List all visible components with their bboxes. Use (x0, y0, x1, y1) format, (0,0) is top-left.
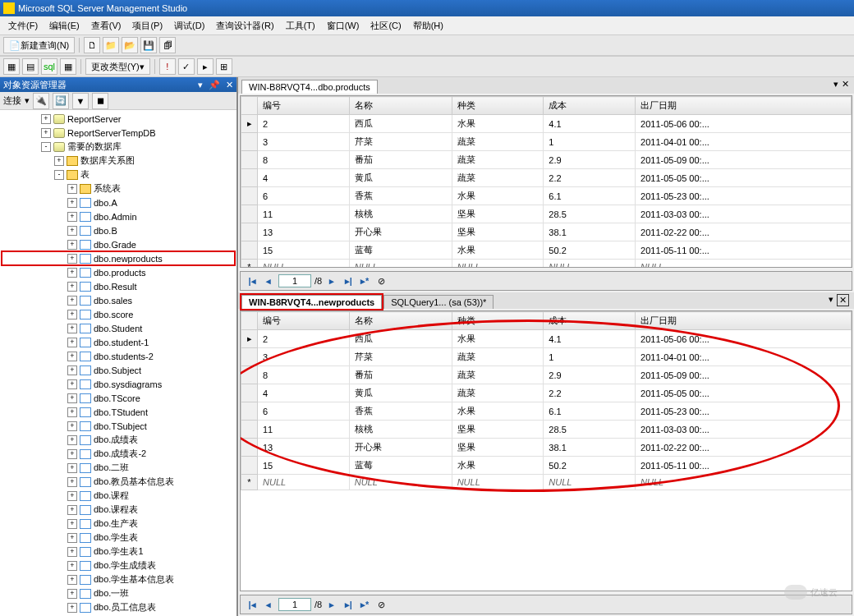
tree-item[interactable]: -表 (2, 168, 235, 182)
tool-icon[interactable]: ▦ (3, 58, 20, 75)
table-cell[interactable]: 蓝莓 (349, 457, 452, 475)
table-row[interactable]: 15蓝莓水果50.22011-05-11 00:... (241, 457, 852, 475)
table-cell[interactable]: 水果 (452, 457, 544, 475)
expander-icon[interactable]: + (67, 296, 77, 306)
table-cell[interactable]: NULL (636, 260, 852, 269)
table-row[interactable]: ▸2西瓜水果4.12011-05-06 00:... (241, 115, 852, 133)
table-row[interactable]: 13开心果坚果38.12011-02-22 00:... (241, 223, 852, 241)
tool-icon[interactable]: 📁 (103, 37, 119, 53)
column-header[interactable]: 编号 (258, 312, 350, 330)
table-cell[interactable]: 2011-05-05 00:... (636, 384, 852, 402)
stop-icon[interactable]: ⊘ (374, 598, 388, 611)
menu-help[interactable]: 帮助(H) (408, 18, 448, 34)
pin-icon[interactable]: 📌 (209, 80, 220, 90)
last-page-icon[interactable]: ▸| (342, 274, 355, 287)
tree-item[interactable]: +dbo.TSubject (2, 419, 235, 433)
table-cell[interactable]: 2011-04-01 00:... (636, 133, 852, 151)
expander-icon[interactable]: + (67, 561, 77, 571)
menu-debug[interactable]: 调试(D) (169, 18, 209, 34)
expander-icon[interactable]: + (67, 226, 77, 236)
tree-item[interactable]: +dbo.成绩表 (2, 433, 235, 447)
table-row[interactable]: 15蓝莓水果50.22011-05-11 00:... (241, 241, 852, 260)
tree-item[interactable]: +dbo.Student (2, 321, 235, 335)
refresh-icon[interactable]: 🔄 (53, 93, 69, 109)
expander-icon[interactable]: + (67, 519, 77, 529)
tree-item[interactable]: +ReportServerTempDB (2, 126, 235, 140)
table-cell[interactable]: NULL (349, 260, 452, 269)
table-cell[interactable]: 蔬菜 (452, 169, 544, 187)
tree-item[interactable]: +dbo.成绩表-2 (2, 447, 235, 461)
expander-icon[interactable]: + (67, 310, 77, 319)
expander-icon[interactable]: + (67, 421, 77, 431)
column-header[interactable]: 成本 (544, 312, 636, 330)
table-row-new[interactable]: *NULLNULLNULLNULLNULL (241, 475, 852, 490)
table-cell[interactable]: 2011-05-11 00:... (636, 457, 852, 475)
tree-item[interactable]: +dbo.生产表 (2, 517, 235, 531)
table-cell[interactable]: NULL (452, 475, 544, 490)
table-cell[interactable]: 2.9 (544, 151, 636, 169)
table-cell[interactable]: 香蕉 (349, 402, 452, 421)
table-cell[interactable]: 4 (258, 169, 350, 187)
table-cell[interactable]: 28.5 (544, 421, 636, 439)
tree-item[interactable]: +ReportServer (2, 112, 235, 126)
tab-dropdown-icon[interactable]: ▾ (829, 294, 833, 306)
table-cell[interactable]: 蔬菜 (452, 384, 544, 402)
menu-project[interactable]: 项目(P) (127, 18, 168, 34)
tree-item[interactable]: +dbo.一班 (2, 586, 235, 600)
filter-icon[interactable]: ▼ (72, 93, 89, 109)
table-cell[interactable]: 3 (258, 348, 350, 366)
tool-icon[interactable]: ▤ (22, 58, 39, 75)
tab-sqlquery[interactable]: SQLQuery1... (sa (53))* (383, 295, 494, 309)
tree-item[interactable]: +dbo.Admin (2, 209, 235, 223)
last-page-icon[interactable]: ▸| (342, 598, 355, 611)
table-cell[interactable]: 2011-02-22 00:... (636, 223, 852, 241)
column-header[interactable]: 名称 (349, 97, 452, 115)
tree-item[interactable]: +dbo.score (2, 307, 235, 321)
tab-dropdown-icon[interactable]: ▾ (833, 79, 838, 90)
next-page-icon[interactable]: ▸ (325, 274, 338, 287)
tool-icon[interactable]: ▦ (60, 58, 76, 75)
table-cell[interactable]: NULL (452, 260, 544, 269)
table-cell[interactable]: 蔬菜 (452, 348, 544, 366)
expander-icon[interactable]: + (41, 114, 51, 124)
table-cell[interactable]: 2 (258, 115, 350, 133)
table-row[interactable]: 11核桃坚果28.52011-03-03 00:... (241, 205, 852, 223)
menu-view[interactable]: 查看(V) (86, 18, 126, 34)
tree-item[interactable]: +dbo.TStudent (2, 405, 235, 419)
expander-icon[interactable]: + (67, 324, 77, 333)
page-input[interactable] (278, 274, 311, 287)
table-cell[interactable]: 2011-04-01 00:... (636, 348, 852, 366)
table-cell[interactable]: NULL (258, 260, 350, 269)
tree-item[interactable]: +系统表 (2, 182, 235, 195)
first-page-icon[interactable]: |◂ (246, 274, 259, 287)
table-cell[interactable]: 2011-05-23 00:... (636, 187, 852, 205)
expander-icon[interactable]: + (67, 435, 77, 445)
tree-item[interactable]: +dbo.sales (2, 293, 235, 307)
expander-icon[interactable]: - (41, 142, 51, 152)
tree-item[interactable]: +dbo.A (2, 195, 235, 209)
menu-file[interactable]: 文件(F) (3, 18, 43, 34)
expander-icon[interactable]: - (54, 170, 64, 180)
tree-item[interactable]: +dbo.products (2, 265, 235, 279)
expander-icon[interactable]: + (67, 254, 77, 264)
table-cell[interactable]: 50.2 (544, 457, 636, 475)
close-icon[interactable]: ✕ (226, 80, 233, 90)
table-row[interactable]: 13开心果坚果38.12011-02-22 00:... (241, 439, 852, 457)
stop-icon[interactable]: ⊘ (374, 274, 388, 287)
table-cell[interactable]: 水果 (452, 187, 544, 205)
column-header[interactable]: 种类 (452, 97, 544, 115)
tree-item[interactable]: +dbo.学生成绩表 (2, 559, 235, 572)
tool-icon[interactable]: 🗐 (159, 37, 176, 53)
expander-icon[interactable]: + (67, 184, 77, 194)
table-cell[interactable]: NULL (258, 475, 350, 490)
table-cell[interactable]: 11 (258, 205, 350, 223)
table-cell[interactable]: 核桃 (349, 421, 452, 439)
stop-icon[interactable]: ◼ (92, 93, 108, 109)
tree-item[interactable]: +dbo.Subject (2, 363, 235, 377)
table-cell[interactable]: 开心果 (349, 439, 452, 457)
table-cell[interactable]: 28.5 (544, 205, 636, 223)
expander-icon[interactable]: + (67, 449, 77, 459)
table-cell[interactable]: 38.1 (544, 439, 636, 457)
table-cell[interactable]: 11 (258, 421, 350, 439)
table-row[interactable]: ▸2西瓜水果4.12011-05-06 00:... (241, 330, 852, 348)
